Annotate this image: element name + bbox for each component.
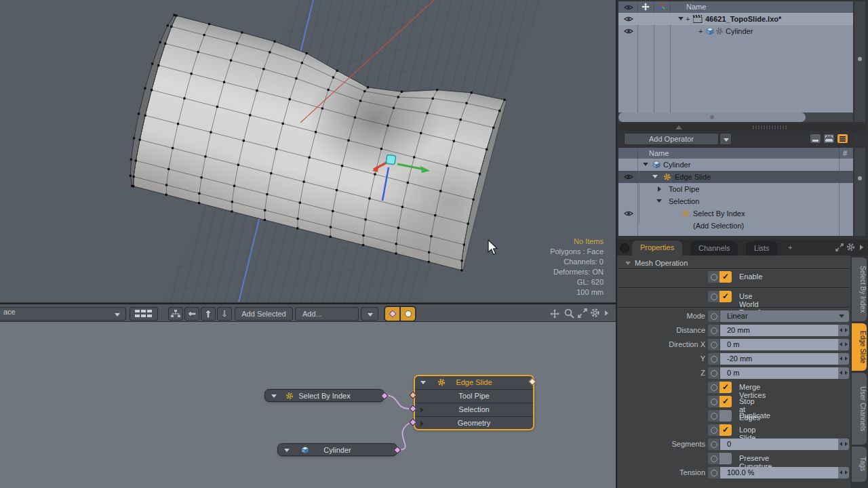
channel-circle[interactable] — [708, 353, 719, 365]
add-button[interactable]: Add... — [295, 307, 359, 321]
channel-circle[interactable] — [708, 396, 719, 407]
node-row-selection[interactable]: Selection — [415, 403, 533, 416]
channel-circle[interactable] — [708, 339, 719, 350]
tab-add[interactable]: + — [788, 243, 792, 251]
filter-triangle-icon[interactable] — [678, 17, 684, 20]
node-row-geometry[interactable]: Geometry — [415, 416, 533, 430]
pan-tool-icon[interactable] — [549, 308, 560, 319]
channel-circle[interactable] — [708, 291, 719, 302]
more-options-icon[interactable] — [605, 310, 608, 316]
segments-input[interactable]: 0 — [720, 439, 838, 450]
meshop-row-add-selection[interactable]: (Add Selection) — [618, 220, 853, 232]
viewport-gear-icon[interactable] — [590, 308, 600, 318]
mode-select[interactable]: Linear — [720, 310, 849, 322]
hscroll-thumb[interactable] — [618, 113, 806, 122]
duplicate-checkbox[interactable] — [719, 410, 732, 422]
meshop-row-tool-pipe[interactable]: Tool Pipe — [618, 183, 853, 195]
meshop-row-edge-slide[interactable]: Edge Slide — [618, 171, 853, 183]
mini-slider[interactable] — [838, 339, 849, 350]
expand-triangle-icon[interactable] — [643, 163, 648, 166]
mini-slider[interactable] — [838, 467, 849, 479]
tension-input[interactable]: 100.0 % — [720, 467, 838, 479]
view-mode-min-button[interactable] — [810, 134, 821, 144]
scene-name[interactable]: 46621_TopoSlide.lxo* — [705, 15, 781, 23]
meshop-label[interactable]: (Add Selection) — [693, 222, 744, 230]
meshop-label[interactable]: Select By Index — [693, 209, 745, 218]
add-selected-button[interactable]: Add Selected — [235, 307, 293, 321]
gear-settings-icon[interactable] — [846, 243, 855, 251]
meshop-row-select-by-index[interactable]: Select By Index — [618, 207, 853, 220]
nav-up-button[interactable] — [201, 307, 216, 321]
meshop-label[interactable]: Edge Slide — [675, 173, 711, 181]
mesh-ops-vscrollbar[interactable] — [854, 148, 865, 236]
panel-splitter[interactable] — [617, 124, 867, 131]
meshop-row-selection[interactable]: Selection — [618, 195, 853, 207]
eye-icon[interactable] — [624, 174, 633, 180]
eye-icon[interactable] — [624, 16, 633, 22]
side-tab-edge-slide[interactable]: Edge Slide — [852, 323, 867, 371]
expand-plus-icon[interactable]: + — [686, 15, 690, 23]
eye-icon[interactable] — [624, 210, 633, 217]
stop-at-edges-checkbox[interactable] — [719, 396, 732, 407]
fit-view-icon[interactable] — [578, 308, 587, 318]
enable-checkbox[interactable] — [719, 271, 732, 283]
mini-slider[interactable] — [838, 439, 849, 450]
node-cylinder[interactable]: Cylinder — [277, 443, 397, 456]
panel-knob[interactable] — [620, 243, 629, 253]
node-row-tool-pipe[interactable]: Tool Pipe — [415, 389, 533, 403]
view-mode-window-button[interactable] — [823, 134, 835, 144]
zoom-tool-icon[interactable] — [564, 308, 574, 319]
preserve-curvature-checkbox[interactable] — [719, 453, 732, 464]
channel-circle[interactable] — [708, 453, 719, 464]
item-list-vscrollbar[interactable] — [854, 1, 865, 122]
tab-lists[interactable]: Lists — [746, 241, 778, 256]
side-tab-user-channels[interactable]: User Channels — [852, 373, 867, 445]
panel-arrow-icon[interactable] — [860, 245, 863, 250]
loop-slide-checkbox[interactable] — [719, 424, 732, 436]
expand-triangle-icon[interactable] — [656, 199, 662, 203]
direction-z-input[interactable]: 0 m — [720, 367, 838, 379]
item-row-scene[interactable]: + 46621_TopoSlide.lxo* — [618, 13, 853, 25]
section-collapse-icon[interactable] — [625, 262, 631, 265]
tab-channels[interactable]: Channels — [690, 241, 738, 256]
mini-slider[interactable] — [838, 325, 849, 336]
add-operator-button[interactable]: Add Operator — [624, 133, 719, 145]
meshop-label[interactable]: Tool Pipe — [669, 185, 699, 193]
channel-circle[interactable] — [708, 424, 719, 436]
add-operator-dropdown[interactable] — [719, 133, 732, 145]
item-list-hscrollbar[interactable] — [618, 113, 853, 122]
mini-slider[interactable] — [838, 367, 849, 379]
mini-slider[interactable] — [838, 353, 849, 365]
layout-grid-button[interactable] — [130, 307, 158, 321]
expand-panel-icon[interactable] — [835, 243, 844, 251]
item-name[interactable]: Cylinder — [726, 27, 753, 35]
expand-plus-icon[interactable]: + — [698, 27, 703, 35]
nav-left-button[interactable] — [184, 307, 199, 321]
item-row-cylinder[interactable]: + Cylinder — [618, 25, 853, 37]
workspace-dropdown[interactable]: ace — [0, 307, 126, 321]
channel-circle[interactable] — [708, 467, 719, 479]
hierarchy-button[interactable] — [168, 307, 183, 321]
nav-down-button[interactable] — [217, 307, 232, 321]
channel-circle[interactable] — [708, 382, 719, 393]
meshop-row-cylinder[interactable]: Cylinder — [618, 159, 853, 171]
view-mode-list-button[interactable] — [837, 134, 848, 144]
distance-input[interactable]: 20 mm — [720, 325, 838, 336]
channel-circle[interactable] — [708, 310, 719, 322]
link-display-toggle[interactable] — [384, 306, 416, 322]
channel-circle[interactable] — [708, 439, 719, 450]
collapsed-triangle-icon[interactable] — [658, 186, 661, 192]
tab-properties[interactable]: Properties — [632, 241, 682, 256]
node-edge-slide[interactable]: Edge Slide Tool Pipe Selection Geometry — [414, 375, 534, 430]
merge-vertices-checkbox[interactable] — [719, 382, 732, 393]
channel-circle[interactable] — [708, 325, 719, 336]
side-tab-select-by-index[interactable]: Select By Index — [852, 258, 867, 321]
add-dropdown-button[interactable] — [361, 307, 378, 321]
channel-circle[interactable] — [708, 271, 719, 283]
filter-funnel-icon[interactable] — [852, 135, 861, 143]
meshop-label[interactable]: Selection — [669, 197, 699, 205]
meshop-label[interactable]: Cylinder — [663, 161, 690, 169]
schematic-canvas[interactable]: Select By Index Edge Slide Tool Pipe Sel… — [0, 322, 616, 488]
eye-icon[interactable] — [624, 28, 633, 35]
side-tab-tags[interactable]: Tags — [852, 447, 867, 482]
